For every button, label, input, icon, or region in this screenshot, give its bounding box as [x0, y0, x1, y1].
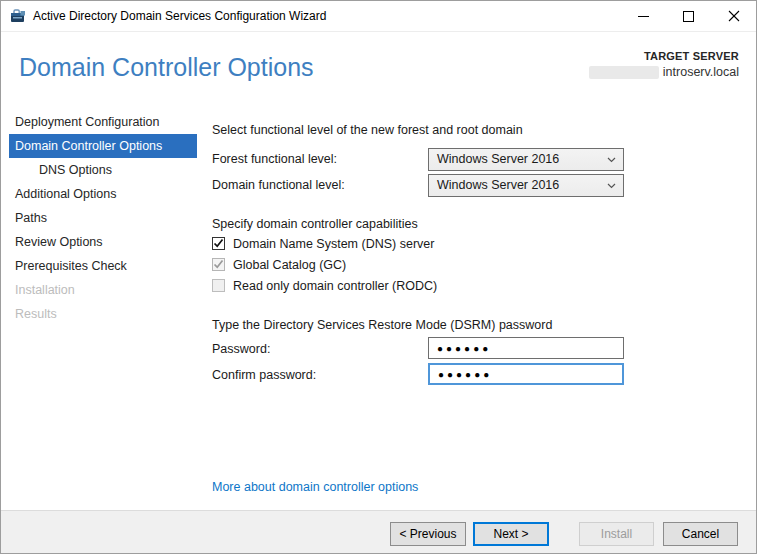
global-catalog-checkbox	[212, 258, 225, 271]
footer-bar: < Previous Next > Install Cancel	[1, 510, 756, 553]
dsrm-heading: Type the Directory Services Restore Mode…	[212, 318, 552, 332]
cancel-button[interactable]: Cancel	[663, 522, 738, 546]
redacted-server-name	[589, 66, 659, 79]
target-server-line: introserv.local	[589, 65, 739, 79]
sidebar-item-paths[interactable]: Paths	[1, 206, 197, 230]
sidebar-item-additional-options[interactable]: Additional Options	[1, 182, 197, 206]
window-title: Active Directory Domain Services Configu…	[33, 9, 326, 23]
wizard-window: Active Directory Domain Services Configu…	[0, 0, 757, 554]
close-icon	[728, 10, 740, 22]
dns-server-checkbox-row[interactable]: Domain Name System (DNS) server	[212, 236, 434, 251]
domain-functional-level-value: Windows Server 2016	[429, 175, 623, 196]
more-about-link[interactable]: More about domain controller options	[212, 480, 418, 494]
next-button[interactable]: Next >	[473, 522, 549, 546]
global-catalog-checkbox-label: Global Catalog (GC)	[233, 258, 346, 272]
sidebar-item-deployment-configuration[interactable]: Deployment Configuration	[1, 110, 197, 134]
dns-server-checkbox[interactable]	[212, 237, 225, 250]
install-button: Install	[579, 522, 654, 546]
target-server-label: TARGET SERVER	[589, 50, 739, 62]
domain-functional-level-select[interactable]: Windows Server 2016	[428, 174, 624, 197]
password-field[interactable]	[428, 337, 624, 359]
checkmark-icon	[213, 259, 224, 270]
checkmark-icon	[213, 238, 224, 249]
window-controls	[621, 1, 756, 31]
server-manager-toolbox-icon	[10, 8, 26, 24]
rodc-checkbox-row: Read only domain controller (RODC)	[212, 278, 437, 293]
sidebar-item-dns-options[interactable]: DNS Options	[1, 158, 197, 182]
forest-functional-level-value: Windows Server 2016	[429, 149, 623, 170]
forest-functional-level-select[interactable]: Windows Server 2016	[428, 148, 624, 171]
password-label: Password:	[212, 342, 270, 356]
minimize-icon	[638, 16, 649, 17]
target-server-block: TARGET SERVER introserv.local	[589, 50, 739, 79]
chevron-down-icon	[607, 157, 616, 163]
sidebar-item-installation: Installation	[1, 278, 197, 302]
sidebar-item-review-options[interactable]: Review Options	[1, 230, 197, 254]
forest-functional-level-label: Forest functional level:	[212, 152, 337, 166]
rodc-checkbox-label: Read only domain controller (RODC)	[233, 279, 437, 293]
previous-button[interactable]: < Previous	[390, 522, 466, 546]
target-server-domain: introserv.local	[663, 65, 739, 79]
domain-functional-level-label: Domain functional level:	[212, 178, 345, 192]
functional-level-heading: Select functional level of the new fores…	[212, 123, 523, 137]
capabilities-heading: Specify domain controller capabilities	[212, 217, 418, 231]
chevron-down-icon	[607, 183, 616, 189]
maximize-button[interactable]	[666, 1, 711, 31]
close-button[interactable]	[711, 1, 756, 31]
minimize-button[interactable]	[621, 1, 666, 31]
wizard-steps-sidebar: Deployment Configuration Domain Controll…	[1, 110, 197, 326]
sidebar-item-results: Results	[1, 302, 197, 326]
confirm-password-label: Confirm password:	[212, 368, 316, 382]
sidebar-item-domain-controller-options[interactable]: Domain Controller Options	[9, 134, 197, 158]
confirm-password-field[interactable]	[428, 363, 624, 385]
maximize-icon	[683, 11, 694, 22]
rodc-checkbox	[212, 279, 225, 292]
titlebar: Active Directory Domain Services Configu…	[1, 1, 756, 32]
page-title: Domain Controller Options	[19, 53, 314, 82]
global-catalog-checkbox-row: Global Catalog (GC)	[212, 257, 346, 272]
sidebar-item-prerequisites-check[interactable]: Prerequisites Check	[1, 254, 197, 278]
dns-server-checkbox-label: Domain Name System (DNS) server	[233, 237, 434, 251]
